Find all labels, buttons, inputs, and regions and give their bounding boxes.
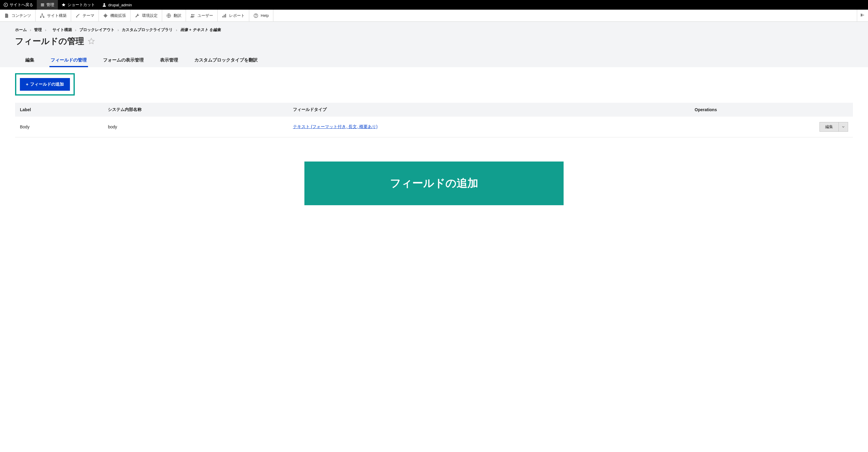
help-icon (253, 13, 258, 18)
page-title-row: フィールドの管理 (15, 36, 853, 47)
breadcrumb-sep: › (176, 28, 177, 32)
document-icon (4, 13, 9, 18)
toolbar-translate-label: 翻訳 (174, 13, 181, 19)
add-field-highlight: + フィールドの追加 (15, 73, 75, 96)
tab-manage-fields[interactable]: フィールドの管理 (50, 54, 88, 67)
breadcrumb-item[interactable]: カスタムブロックライブラリ (122, 27, 173, 33)
toolbar-extend[interactable]: 機能拡張 (99, 10, 130, 22)
svg-point-7 (193, 14, 194, 15)
th-machine-name: システム内部名称 (103, 103, 288, 117)
page-title: フィールドの管理 (15, 36, 84, 47)
toolbar-configuration-label: 環境設定 (142, 13, 158, 19)
field-type-link[interactable]: テキスト (フォーマット付き, 長文, 概要あり) (293, 124, 378, 129)
add-field-button[interactable]: + フィールドの追加 (20, 78, 70, 91)
toolbar-configuration[interactable]: 環境設定 (130, 10, 162, 22)
toolbar-reports-label: レポート (229, 13, 245, 19)
toolbar-extend-label: 機能拡張 (110, 13, 126, 19)
th-label: Label (15, 103, 103, 117)
toolbar-people[interactable]: ユーザー (186, 10, 218, 22)
admin-toolbar: コンテンツ サイト構築 テーマ 機能拡張 環境設定 翻訳 ユーザー (0, 10, 868, 22)
back-icon (4, 3, 8, 7)
breadcrumb-sep: › (30, 28, 31, 32)
svg-rect-2 (41, 13, 43, 15)
chart-icon (222, 13, 227, 18)
plus-icon: + (26, 82, 28, 87)
structure-icon (40, 13, 44, 18)
star-icon (61, 3, 66, 7)
user-label: drupal_admin (108, 3, 132, 7)
svg-point-6 (191, 14, 193, 15)
shortcuts-link[interactable]: ショートカット (58, 0, 98, 10)
people-icon (190, 13, 195, 18)
arrow-left-icon (860, 13, 865, 19)
svg-rect-9 (224, 15, 225, 18)
back-to-site-label: サイトへ戻る (10, 2, 33, 7)
svg-rect-10 (225, 14, 226, 18)
toolbar-help-label: Help (261, 13, 269, 18)
instruction-banner: フィールドの追加 (304, 162, 564, 205)
content: + フィールドの追加 Label システム内部名称 フィールドタイプ Opera… (0, 67, 868, 211)
operations-dropbutton[interactable]: 編集 (819, 122, 848, 132)
cell-machine-name: body (103, 117, 288, 137)
user-menu[interactable]: drupal_admin (98, 0, 135, 10)
toolbar-content[interactable]: コンテンツ (0, 10, 36, 22)
svg-rect-4 (43, 17, 44, 18)
user-icon (102, 3, 106, 7)
star-outline-icon[interactable] (88, 38, 95, 45)
operations-edit-label[interactable]: 編集 (820, 122, 838, 131)
toolbar-help[interactable]: Help (249, 10, 273, 22)
chevron-down-icon (842, 125, 845, 128)
tabs: 編集 フィールドの管理 フォームの表示管理 表示管理 カスタムブロックタイプを翻… (15, 54, 853, 67)
breadcrumb-item[interactable]: サイト構築 (53, 27, 72, 33)
toolbar-content-label: コンテンツ (11, 13, 31, 19)
tab-manage-display[interactable]: 表示管理 (159, 54, 179, 67)
toolbar-appearance-label: テーマ (83, 13, 94, 19)
header-region: ホーム › 管理 › サイト構築 › ブロックレイアウト › カスタムブロックラ… (0, 22, 868, 67)
cell-field-type: テキスト (フォーマット付き, 長文, 概要あり) (288, 117, 690, 137)
back-to-site[interactable]: サイトへ戻る (0, 0, 37, 10)
svg-rect-3 (40, 17, 41, 18)
admin-topbar: サイトへ戻る 管理 ショートカット drupal_admin (0, 0, 868, 10)
svg-point-0 (4, 3, 7, 7)
breadcrumb-item[interactable]: ブロックレイアウト (79, 27, 115, 33)
toolbar-reports[interactable]: レポート (218, 10, 249, 22)
tab-edit[interactable]: 編集 (24, 54, 36, 67)
cell-operations: 編集 (690, 117, 853, 137)
hamburger-icon (40, 3, 44, 7)
tab-manage-form-display[interactable]: フォームの表示管理 (102, 54, 145, 67)
toolbar-appearance[interactable]: テーマ (71, 10, 99, 22)
breadcrumb-current: 画像 + テキスト を編集 (180, 27, 221, 33)
table-row: Body body テキスト (フォーマット付き, 長文, 概要あり) 編集 (15, 117, 853, 137)
banner-area: フィールドの追加 (15, 162, 853, 205)
svg-point-12 (255, 16, 256, 17)
breadcrumb-sep: › (75, 28, 76, 32)
breadcrumb-item[interactable]: ホーム (15, 27, 27, 33)
toolbar-people-label: ユーザー (197, 13, 213, 19)
wrench-icon (135, 13, 140, 18)
toolbar-structure[interactable]: サイト構築 (36, 10, 71, 22)
breadcrumb: ホーム › 管理 › サイト構築 › ブロックレイアウト › カスタムブロックラ… (15, 27, 853, 33)
puzzle-icon (103, 13, 108, 18)
fields-table: Label システム内部名称 フィールドタイプ Operations Body … (15, 103, 853, 137)
brush-icon (75, 13, 80, 18)
manage-toggle[interactable]: 管理 (37, 0, 58, 10)
manage-label: 管理 (46, 2, 54, 7)
globe-icon (166, 13, 171, 18)
toolbar-structure-label: サイト構築 (47, 13, 67, 19)
breadcrumb-item[interactable]: 管理 (34, 27, 42, 33)
toolbar-translate[interactable]: 翻訳 (162, 10, 186, 22)
tab-translate-block-type[interactable]: カスタムブロックタイプを翻訳 (193, 54, 259, 67)
operations-toggle[interactable] (838, 122, 848, 131)
shortcuts-label: ショートカット (67, 2, 95, 7)
breadcrumb-sep: › (118, 28, 119, 32)
svg-point-1 (103, 3, 105, 5)
breadcrumb-sep: › (45, 28, 46, 32)
svg-rect-8 (222, 16, 223, 18)
th-field-type: フィールドタイプ (288, 103, 690, 117)
toolbar-orientation-toggle[interactable] (857, 10, 868, 22)
cell-label: Body (15, 117, 103, 137)
th-operations: Operations (690, 103, 853, 117)
add-field-button-label: フィールドの追加 (30, 82, 64, 87)
